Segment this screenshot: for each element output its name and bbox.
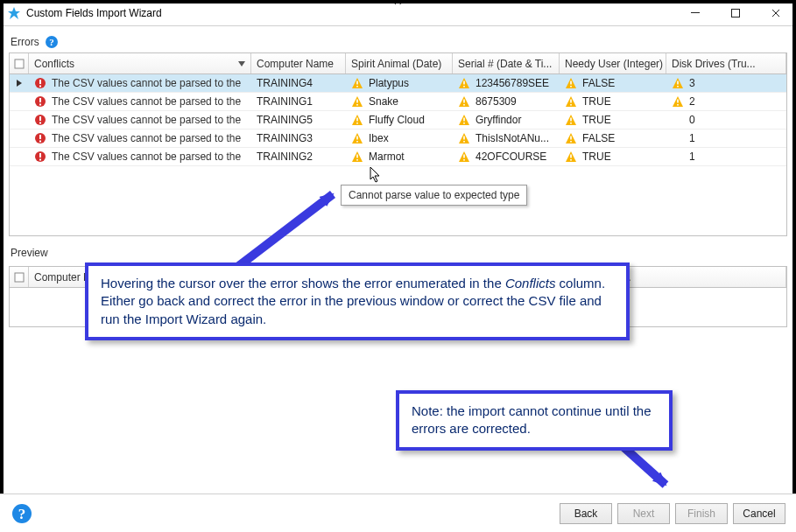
svg-rect-22 xyxy=(463,104,465,106)
svg-rect-41 xyxy=(463,136,465,140)
svg-rect-50 xyxy=(463,155,465,158)
cell-conflicts: The CSV values cannot be parsed to the xyxy=(29,77,251,89)
column-header-serial[interactable]: Serial # (Date & Ti... xyxy=(453,53,560,74)
svg-rect-26 xyxy=(677,104,679,106)
errors-grid-header: Conflicts Computer Name Spirit Animal (D… xyxy=(10,53,786,74)
app-icon xyxy=(7,6,21,20)
table-row[interactable]: The CSV values cannot be parsed to theTR… xyxy=(10,130,786,148)
cell-computer: TRAINING1 xyxy=(251,95,346,108)
column-header-spirit[interactable]: Spirit Animal (Date) xyxy=(346,53,453,74)
svg-rect-52 xyxy=(570,155,572,158)
svg-rect-21 xyxy=(463,100,465,103)
svg-rect-44 xyxy=(570,141,572,143)
back-button[interactable]: Back xyxy=(560,503,612,524)
wizard-footer: ? Back Next Finish Cancel xyxy=(0,494,796,532)
cell-conflicts: The CSV values cannot be parsed to the xyxy=(29,114,251,126)
svg-rect-32 xyxy=(463,118,465,122)
errors-help-icon[interactable]: ? xyxy=(45,35,59,49)
svg-rect-17 xyxy=(39,98,41,102)
svg-rect-53 xyxy=(570,159,572,161)
minimize-button[interactable] xyxy=(675,0,715,26)
cell-spirit: Snake xyxy=(346,95,453,108)
svg-rect-29 xyxy=(39,122,41,124)
maximize-indicator: ↔ xyxy=(391,0,405,10)
svg-rect-6 xyxy=(39,80,41,84)
cell-spirit: Ibex xyxy=(346,132,453,144)
preview-row-selector-header[interactable] xyxy=(10,267,29,287)
cell-serial: 42OFCOURSE xyxy=(453,150,560,163)
svg-rect-34 xyxy=(570,118,572,122)
svg-rect-14 xyxy=(677,81,679,85)
table-row[interactable]: The CSV values cannot be parsed to theTR… xyxy=(10,74,786,93)
cell-needy: FALSE xyxy=(560,77,666,89)
column-header-computer[interactable]: Computer Name xyxy=(251,53,346,74)
cell-serial: 8675309 xyxy=(453,95,560,108)
current-row-arrow-icon xyxy=(17,80,22,87)
svg-rect-40 xyxy=(356,141,358,143)
svg-rect-0 xyxy=(691,12,700,13)
cursor-icon xyxy=(370,166,384,184)
cell-conflicts: The CSV values cannot be parsed to the xyxy=(29,150,251,163)
svg-rect-10 xyxy=(463,81,465,85)
svg-rect-51 xyxy=(463,159,465,161)
cell-conflicts: The CSV values cannot be parsed to the xyxy=(29,95,251,108)
svg-rect-24 xyxy=(570,104,572,106)
annotation-callout-1: Hovering the cursor over the error shows… xyxy=(85,262,630,340)
close-button[interactable] xyxy=(756,0,796,26)
finish-button[interactable]: Finish xyxy=(675,503,728,524)
svg-rect-19 xyxy=(356,100,358,103)
cell-disk: 1 xyxy=(666,132,786,144)
svg-rect-1 xyxy=(732,9,740,17)
svg-rect-42 xyxy=(463,141,465,143)
maximize-button[interactable] xyxy=(715,0,756,26)
table-row[interactable]: The CSV values cannot be parsed to theTR… xyxy=(10,93,786,111)
errors-grid: Conflicts Computer Name Spirit Animal (D… xyxy=(9,52,787,236)
svg-rect-30 xyxy=(356,118,358,122)
svg-rect-31 xyxy=(356,122,358,124)
svg-rect-9 xyxy=(356,86,358,88)
cell-computer: TRAINING3 xyxy=(251,132,346,144)
svg-rect-38 xyxy=(39,141,41,143)
svg-rect-28 xyxy=(39,116,41,121)
svg-rect-49 xyxy=(356,159,358,161)
row-indicator xyxy=(10,80,29,87)
table-row[interactable]: The CSV values cannot be parsed to theTR… xyxy=(10,111,786,130)
svg-rect-7 xyxy=(39,86,41,88)
svg-rect-37 xyxy=(39,135,41,139)
cell-disk: 2 xyxy=(666,95,786,108)
error-tooltip: Cannot parse value to expected type xyxy=(341,185,527,206)
svg-rect-12 xyxy=(570,81,572,85)
next-button[interactable]: Next xyxy=(617,503,670,524)
cell-computer: TRAINING4 xyxy=(251,77,346,89)
svg-rect-8 xyxy=(356,81,358,85)
svg-rect-23 xyxy=(570,100,572,103)
table-row[interactable]: The CSV values cannot be parsed to theTR… xyxy=(10,148,786,166)
cancel-button[interactable]: Cancel xyxy=(733,503,785,524)
svg-rect-18 xyxy=(39,104,41,106)
errors-section-label: Errors xyxy=(11,36,39,48)
svg-rect-20 xyxy=(356,104,358,106)
row-selector-header[interactable] xyxy=(10,53,29,74)
cell-disk: 0 xyxy=(666,114,786,126)
cell-spirit: Platypus xyxy=(346,77,453,89)
cell-disk: 1 xyxy=(666,150,786,163)
svg-rect-48 xyxy=(356,155,358,158)
cell-spirit: Fluffy Cloud xyxy=(346,114,453,126)
svg-text:?: ? xyxy=(18,506,26,522)
svg-rect-46 xyxy=(39,153,41,158)
column-header-needy[interactable]: Needy User (Integer) xyxy=(560,53,666,74)
column-header-disk[interactable]: Disk Drives (Tru... xyxy=(666,53,786,74)
svg-rect-33 xyxy=(463,122,465,124)
cell-computer: TRAINING5 xyxy=(251,114,346,126)
svg-rect-43 xyxy=(570,136,572,140)
footer-help-icon[interactable]: ? xyxy=(11,502,33,525)
cell-needy: TRUE xyxy=(560,150,666,163)
cell-needy: FALSE xyxy=(560,132,666,144)
sort-arrow-icon xyxy=(238,61,245,66)
column-header-conflicts[interactable]: Conflicts xyxy=(29,53,251,74)
cell-computer: TRAINING2 xyxy=(251,150,346,163)
svg-rect-54 xyxy=(15,273,24,282)
annotation-callout-2: Note: the import cannot continue until t… xyxy=(396,390,673,451)
svg-rect-47 xyxy=(39,159,41,161)
svg-rect-25 xyxy=(677,100,679,103)
